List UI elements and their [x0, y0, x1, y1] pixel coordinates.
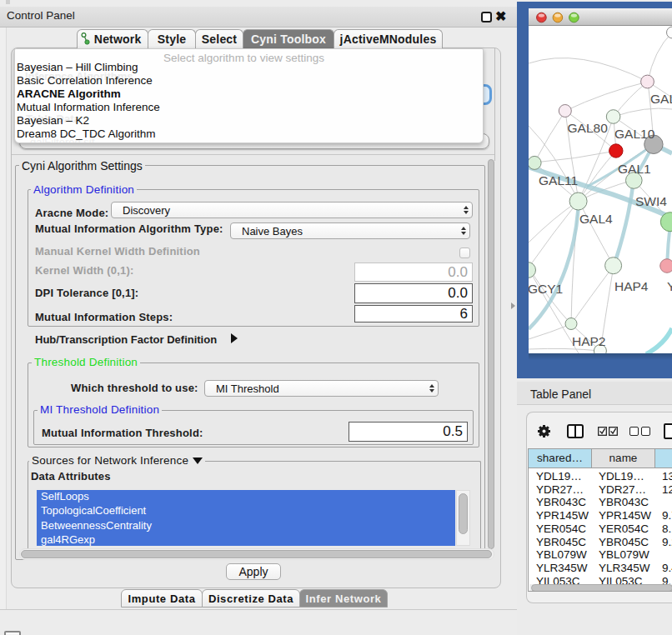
svg-text:GCY1: GCY1 — [529, 282, 563, 296]
svg-text:GAL10: GAL10 — [614, 127, 655, 141]
svg-text:GAL4: GAL4 — [579, 212, 613, 226]
svg-text:GAL11: GAL11 — [539, 173, 578, 188]
svg-text:Y: Y — [667, 279, 672, 293]
svg-text:HAP4: HAP4 — [614, 279, 649, 293]
svg-text:GAL2: GAL2 — [650, 92, 672, 106]
svg-text:GAL1: GAL1 — [618, 162, 651, 176]
svg-text:SWI4: SWI4 — [635, 194, 667, 208]
svg-text:HAP2: HAP2 — [572, 334, 606, 348]
svg-text:GAL80: GAL80 — [568, 121, 609, 135]
